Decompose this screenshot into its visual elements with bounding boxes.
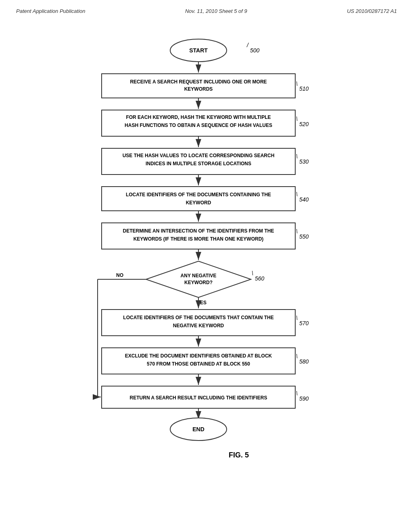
end-label: END (192, 426, 204, 432)
label-530-num: 530 (299, 158, 309, 165)
block-560-line1: ANY NEGATIVE (181, 273, 217, 278)
fig-caption: FIG. 5 (229, 451, 249, 459)
block-560-line2: KEYWORD? (184, 280, 213, 285)
block-540-line1: LOCATE IDENTIFIERS OF THE DOCUMENTS CONT… (126, 192, 271, 197)
block-550-line2: KEYWORDS (IF THERE IS MORE THAN ONE KEYW… (133, 236, 264, 242)
label-570: \ (296, 315, 298, 321)
diagram-area: START / 500 RECEIVE A SEARCH REQUEST INC… (65, 26, 348, 471)
label-520-num: 520 (299, 121, 309, 127)
svg-rect-10 (102, 187, 295, 211)
label-510: \ (296, 81, 298, 87)
label-520: \ (296, 116, 298, 122)
label-590: \ (296, 390, 298, 397)
label-540: \ (296, 191, 298, 197)
block-570-line1: LOCATE IDENTIFIERS OF THE DOCUMENTS THAT… (123, 315, 273, 320)
label-560-num: 560 (255, 275, 265, 282)
label-560: \ (252, 270, 253, 276)
label-500-num: 500 (250, 47, 260, 54)
label-590-num: 590 (299, 395, 309, 402)
label-580-num: 580 (299, 358, 309, 365)
start-label: START (189, 47, 208, 54)
label-530: \ (296, 153, 298, 160)
block-590: RETURN A SEARCH RESULT INCLUDING THE IDE… (130, 395, 267, 401)
block-550-line1: DETERMINE AN INTERSECTION OF THE IDENTIF… (123, 228, 274, 234)
block-510-line2: KEYWORDS (184, 86, 213, 92)
svg-rect-4 (102, 74, 295, 98)
block-540-line2: KEYWORD (186, 200, 211, 206)
diamond-560 (146, 261, 251, 297)
label-550-num: 550 (299, 233, 309, 240)
header-right: US 2010/0287172 A1 (347, 8, 397, 14)
page: Patent Application Publication Nov. 11, … (0, 0, 413, 532)
block-510-line1: RECEIVE A SEARCH REQUEST INCLUDING ONE O… (130, 79, 267, 85)
block-580-line1: EXCLUDE THE DOCUMENT IDENTIFIERS OBTAINE… (125, 353, 272, 359)
no-label: NO (116, 272, 123, 278)
label-580: \ (296, 353, 298, 360)
label-510-num: 510 (299, 85, 309, 92)
flowchart-svg: START / 500 RECEIVE A SEARCH REQUEST INC… (65, 26, 348, 470)
block-530-line2: INDICES IN MULTIPLE STORAGE LOCATIONS (146, 161, 251, 166)
label-570-num: 570 (299, 320, 309, 326)
block-530-line1: USE THE HASH VALUES TO LOCATE CORRESPOND… (123, 153, 275, 158)
block-520-line2: HASH FUNCTIONS TO OBTAIN A SEQUENCE OF H… (125, 123, 272, 128)
label-500: / (246, 42, 249, 48)
header-left: Patent Application Publication (16, 8, 86, 14)
label-540-num: 540 (299, 196, 309, 203)
block-580-line2: 570 FROM THOSE OBTAINED AT BLOCK 550 (147, 361, 250, 367)
block-570-line2: NEGATIVE KEYWORD (173, 323, 224, 328)
header-center: Nov. 11, 2010 Sheet 5 of 9 (185, 8, 247, 14)
header: Patent Application Publication Nov. 11, … (16, 8, 397, 14)
label-550: \ (296, 228, 298, 235)
block-520-line1: FOR EACH KEYWORD, HASH THE KEYWORD WITH … (126, 114, 271, 120)
